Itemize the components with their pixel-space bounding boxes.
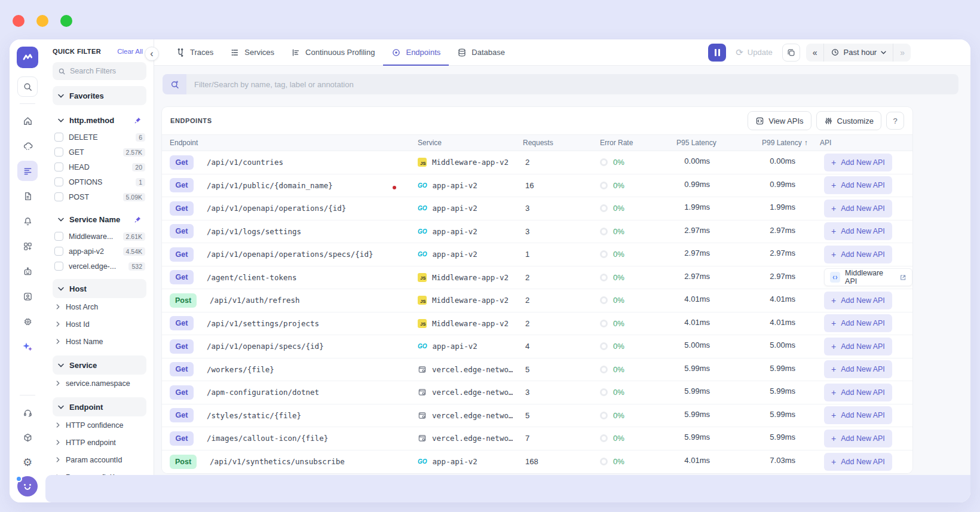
service-name[interactable]: Middleware-app-v2 — [432, 158, 509, 167]
help-button[interactable]: ? — [886, 112, 904, 130]
table-row[interactable]: Get/api/v1/public/{domain_name} GOapp-ap… — [162, 174, 912, 198]
col-error-rate[interactable]: Error Rate — [600, 139, 676, 147]
endpoint-path[interactable]: /api/v1/openapi/operations/specs/{id} — [207, 250, 373, 259]
checkbox[interactable] — [54, 133, 63, 142]
expand-right-button[interactable]: » — [893, 44, 911, 62]
col-requests[interactable]: Requests — [523, 139, 600, 147]
table-row[interactable]: Get/styles/static/{file} vercel.edge-net… — [162, 404, 912, 428]
synthetics-icon[interactable] — [17, 261, 38, 281]
add-new-api-button[interactable]: +Add New API — [824, 292, 892, 309]
filter-option-delete[interactable]: DELETE6 — [53, 130, 146, 145]
add-new-api-button[interactable]: +Add New API — [824, 154, 892, 171]
table-row[interactable]: Post/api/v1/synthetics/unsubscribe GOapp… — [162, 450, 912, 474]
col-p95-latency[interactable]: P95 Latency — [676, 139, 762, 147]
endpoint-path[interactable]: /apm-configuration/dotnet — [207, 388, 319, 397]
service-name[interactable]: vercel.edge-netwo… — [432, 411, 513, 420]
add-new-api-button[interactable]: +Add New API — [824, 360, 892, 378]
customize-button[interactable]: Customize — [816, 111, 881, 130]
pause-button[interactable] — [708, 44, 726, 62]
zoom-window-button[interactable] — [60, 15, 72, 27]
avatar[interactable] — [17, 476, 38, 496]
middleware-api-link[interactable]: Middleware API — [824, 268, 912, 286]
search-icon[interactable] — [17, 76, 38, 97]
table-row[interactable]: Get/api/v1/openapi/specs/{id} GOapp-api-… — [162, 335, 912, 358]
col-endpoint[interactable]: Endpoint — [170, 139, 418, 147]
endpoint-path[interactable]: /api/v1/settings/projects — [207, 319, 319, 328]
service-name[interactable]: app-api-v2 — [433, 181, 477, 190]
filter-option-app-api-v2[interactable]: app-api-v24.54K — [53, 244, 146, 259]
endpoint-filter-input[interactable] — [186, 80, 958, 89]
tab-services[interactable]: Services — [222, 39, 283, 65]
apm-icon[interactable] — [17, 161, 38, 181]
service-name[interactable]: app-api-v2 — [433, 342, 477, 351]
endpoint-path[interactable]: /api/v1/auth/refresh — [210, 296, 300, 305]
filter-attr-http-endpoint[interactable]: HTTP endpoint — [53, 434, 146, 451]
home-icon[interactable] — [17, 111, 38, 131]
add-new-api-button[interactable]: +Add New API — [824, 176, 892, 194]
endpoint-path[interactable]: /agent/client-tokens — [207, 273, 297, 282]
checkbox[interactable] — [54, 232, 63, 241]
filter-option-middleware[interactable]: Middleware...2.61K — [53, 229, 146, 244]
checkbox[interactable] — [54, 192, 63, 201]
endpoint-path[interactable]: /workers/{file} — [207, 365, 274, 374]
endpoint-path[interactable]: /api/v1/synthetics/unsubscribe — [210, 457, 345, 466]
add-new-api-button[interactable]: +Add New API — [824, 246, 892, 263]
usage-chip-icon[interactable] — [17, 311, 38, 332]
rum-icon[interactable] — [17, 286, 38, 306]
alerts-icon[interactable] — [17, 211, 38, 231]
filter-section-http-method[interactable]: http.method — [53, 111, 146, 130]
pin-icon[interactable] — [134, 117, 141, 124]
table-row[interactable]: Get/apm-configuration/dotnet vercel.edge… — [162, 381, 912, 404]
filter-search-input[interactable] — [70, 67, 136, 75]
endpoint-path[interactable]: /api/v1/countries — [207, 158, 283, 167]
clear-all-link[interactable]: Clear All — [117, 48, 143, 55]
endpoint-path[interactable]: /images/callout-icon/{file} — [207, 434, 328, 443]
add-new-api-button[interactable]: +Add New API — [824, 430, 892, 447]
table-row[interactable]: Post/api/v1/auth/refresh JSMiddleware-ap… — [162, 289, 912, 312]
logs-icon[interactable] — [17, 186, 38, 206]
filter-option-vercel-edge[interactable]: vercel.edge-...532 — [53, 259, 146, 274]
filter-section-endpoint[interactable]: Endpoint — [53, 397, 146, 416]
table-row[interactable]: Get/api/v1/openapi/operations/specs/{id}… — [162, 243, 912, 266]
service-name[interactable]: Middleware-app-v2 — [432, 319, 509, 328]
filter-section-favorites[interactable]: Favorites — [53, 86, 146, 105]
add-new-api-button[interactable]: +Add New API — [824, 406, 892, 424]
service-name[interactable]: app-api-v2 — [433, 227, 477, 236]
add-new-api-button[interactable]: +Add New API — [824, 222, 892, 240]
checkbox[interactable] — [54, 177, 63, 186]
filter-option-options[interactable]: OPTIONS1 — [53, 174, 146, 189]
service-name[interactable]: vercel.edge-netwo… — [432, 434, 513, 443]
endpoint-path[interactable]: /api/v1/openapi/operations/{id} — [207, 204, 346, 213]
dashboards-icon[interactable] — [17, 236, 38, 256]
filter-option-head[interactable]: HEAD20 — [53, 160, 146, 174]
copy-button[interactable] — [782, 44, 800, 62]
service-name[interactable]: app-api-v2 — [433, 457, 477, 466]
middleware-logo[interactable] — [17, 47, 38, 68]
tab-continuous-profiling[interactable]: Continuous Profiling — [283, 39, 383, 65]
filter-section-service[interactable]: Service — [53, 355, 146, 375]
filter-attr-host-id[interactable]: Host Id — [53, 315, 146, 333]
service-name[interactable]: Middleware-app-v2 — [432, 296, 509, 305]
col-service[interactable]: Service — [418, 139, 523, 147]
table-row[interactable]: Get/api/v1/logs/settings GOapp-api-v2 3 … — [162, 220, 912, 244]
add-new-api-button[interactable]: +Add New API — [824, 314, 892, 332]
collapse-left-button[interactable]: « — [806, 44, 823, 62]
infrastructure-icon[interactable] — [17, 136, 38, 156]
minimize-window-button[interactable] — [36, 15, 48, 27]
filter-option-post[interactable]: POST5.09K — [53, 189, 146, 204]
checkbox[interactable] — [54, 148, 63, 157]
table-row[interactable]: Get/workers/{file} vercel.edge-netwo… 5 … — [162, 358, 912, 382]
collapse-panel-button[interactable]: ‹ — [145, 47, 159, 61]
time-range-dropdown[interactable]: Past hour — [823, 44, 893, 62]
endpoint-path[interactable]: /styles/static/{file} — [207, 411, 301, 420]
tab-traces[interactable]: Traces — [167, 39, 222, 65]
service-name[interactable]: vercel.edge-netwo… — [432, 365, 513, 374]
service-name[interactable]: vercel.edge-netwo… — [432, 388, 513, 397]
table-row[interactable]: Get/agent/client-tokens JSMiddleware-app… — [162, 266, 912, 290]
table-row[interactable]: Get/api/v1/openapi/operations/{id} GOapp… — [162, 197, 912, 220]
filter-attr-host-name[interactable]: Host Name — [53, 333, 146, 350]
filter-option-get[interactable]: GET2.57K — [53, 145, 146, 160]
close-window-button[interactable] — [13, 15, 24, 27]
settings-gear-icon[interactable]: ⚙ — [17, 452, 38, 473]
add-new-api-button[interactable]: +Add New API — [824, 200, 892, 217]
